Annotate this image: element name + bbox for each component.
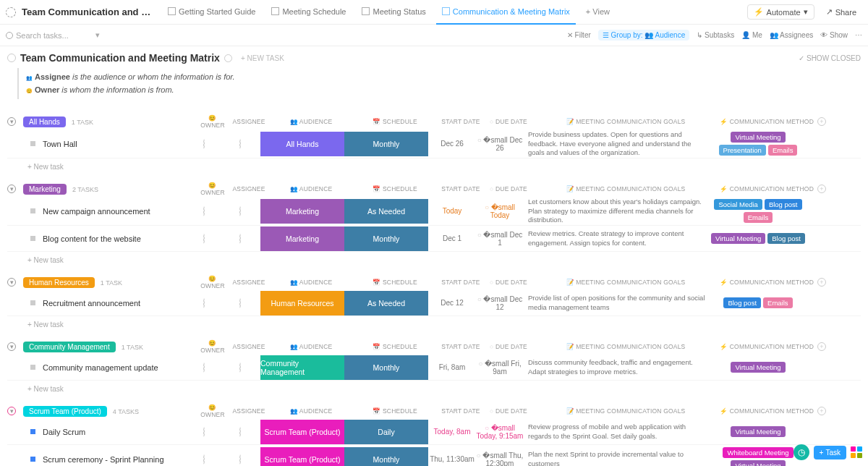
method-tag[interactable]: Social Media (714, 199, 762, 210)
method-tag[interactable]: Emails (744, 212, 773, 223)
start-date[interactable]: Dec 26 (428, 140, 476, 148)
task-name[interactable]: Community management update (43, 363, 158, 372)
audience-cell[interactable]: Marketing (260, 226, 344, 251)
group-label[interactable]: Human Resources (23, 277, 95, 288)
method-tag[interactable]: Blog post (723, 297, 761, 308)
status-circle-icon[interactable] (7, 54, 16, 62)
method-tag[interactable]: Blog post (765, 199, 802, 210)
task-name[interactable]: Scrum ceremony - Sprint Planning (43, 455, 164, 464)
group-label[interactable]: Marketing (23, 184, 67, 195)
group-collapse-icon[interactable]: ▾ (7, 117, 16, 126)
schedule-cell[interactable]: As Needed (344, 291, 428, 315)
schedule-cell[interactable]: Daily (344, 420, 428, 444)
page-breadcrumb-title[interactable]: Team Communication and Meeting Ma... (22, 7, 152, 17)
owner-avatar[interactable] (203, 454, 205, 465)
tab-3[interactable]: Communication & Meeting Matrix (436, 0, 576, 25)
group-collapse-icon[interactable]: ▾ (7, 342, 16, 351)
audience-cell[interactable]: Human Resources (260, 291, 344, 315)
tab-0[interactable]: Getting Started Guide (162, 0, 261, 25)
task-row[interactable]: Community management updateCommunity Man… (7, 355, 861, 381)
method-tag[interactable]: Virtual Meeting (731, 426, 785, 437)
owner-avatar[interactable] (203, 234, 205, 244)
assignee-avatar[interactable] (239, 454, 241, 465)
start-date[interactable]: Dec 1 (428, 234, 476, 242)
assignee-avatar[interactable] (239, 298, 241, 308)
tab-4[interactable]: + View (580, 0, 616, 25)
more-icon[interactable]: ⋯ (855, 31, 862, 39)
method-tag[interactable]: Blog post (767, 233, 805, 244)
audience-cell[interactable]: Community Management (260, 355, 344, 380)
group-label[interactable]: Community Management (23, 342, 116, 352)
due-date[interactable]: ○ �small Today, 9:15am (476, 424, 524, 440)
apps-grid-icon[interactable] (851, 446, 862, 458)
add-column-button[interactable]: + (814, 185, 829, 193)
new-task-row[interactable]: + New task (7, 252, 861, 264)
schedule-cell[interactable]: Monthly (344, 132, 428, 156)
status-dot-icon[interactable] (30, 365, 35, 370)
method-tag[interactable]: Whiteboard Meeting (723, 447, 793, 458)
audience-cell[interactable]: Scrum Team (Product) (260, 420, 344, 444)
task-name[interactable]: Blog content for the website (43, 234, 141, 243)
status-dot-icon[interactable] (30, 300, 35, 305)
status-dot-icon[interactable] (30, 141, 35, 146)
due-date[interactable]: ○ �small Fri, 9am (476, 360, 524, 376)
method-tag[interactable]: Virtual Meeting (731, 460, 785, 466)
task-name[interactable]: Daily Scrum (43, 428, 85, 436)
add-column-button[interactable]: + (814, 342, 829, 351)
audience-cell[interactable]: Marketing (260, 199, 344, 224)
task-row[interactable]: Scrum ceremony - Sprint PlanningScrum Te… (7, 445, 861, 466)
status-dot-icon[interactable] (30, 208, 35, 213)
owner-avatar[interactable] (203, 139, 205, 149)
filter-button[interactable]: ✕ Filter (567, 31, 591, 39)
owner-avatar[interactable] (203, 427, 205, 437)
group-collapse-icon[interactable]: ▾ (7, 278, 16, 287)
assignees-button[interactable]: 👥 Assignees (770, 31, 813, 39)
group-collapse-icon[interactable]: ▾ (7, 185, 16, 193)
share-button[interactable]: ↗ Share (820, 5, 862, 19)
schedule-cell[interactable]: As Needed (344, 199, 428, 224)
task-name[interactable]: New campaign announcement (43, 207, 150, 216)
owner-avatar[interactable] (203, 363, 205, 373)
assignee-avatar[interactable] (239, 427, 241, 437)
assignee-avatar[interactable] (239, 139, 241, 149)
assignee-avatar[interactable] (239, 206, 241, 216)
show-button[interactable]: 👁 Show (820, 31, 848, 39)
method-tag[interactable]: Emails (768, 145, 798, 156)
due-date[interactable]: ○ �small Dec 26 (476, 136, 524, 152)
task-row[interactable]: Daily ScrumScrum Team (Product)DailyToda… (7, 419, 861, 445)
task-name[interactable]: Recruitment announcement (43, 299, 140, 308)
due-date[interactable]: ○ �small Dec 12 (476, 295, 524, 311)
task-row[interactable]: Recruitment announcementHuman ResourcesA… (7, 290, 861, 316)
schedule-cell[interactable]: Monthly (344, 447, 428, 466)
method-tag[interactable]: Presentation (719, 145, 766, 156)
owner-avatar[interactable] (203, 298, 205, 308)
task-row[interactable]: Town HallAll HandsMonthlyDec 26○ �small … (7, 130, 861, 158)
groupby-button[interactable]: ☰ Group by: 👥 Audience (598, 30, 689, 41)
add-column-button[interactable]: + (814, 407, 829, 415)
task-row[interactable]: Blog content for the websiteMarketingMon… (7, 226, 861, 252)
method-tag[interactable]: Virtual Meeting (731, 132, 785, 143)
tab-1[interactable]: Meeting Schedule (265, 0, 352, 25)
owner-avatar[interactable] (203, 206, 205, 216)
new-task-button[interactable]: + NEW TASK (241, 54, 284, 62)
task-row[interactable]: New campaign announcementMarketingAs Nee… (7, 197, 861, 226)
tab-2[interactable]: Meeting Status (356, 0, 431, 25)
start-date[interactable]: Today, 8am (428, 428, 476, 436)
start-date[interactable]: Thu, 11:30am (428, 455, 476, 463)
schedule-cell[interactable]: Monthly (344, 355, 428, 380)
show-closed-toggle[interactable]: ✓ SHOW CLOSED (799, 54, 861, 62)
due-date[interactable]: ○ �small Thu, 12:30pm (476, 452, 524, 466)
add-column-button[interactable]: + (814, 278, 829, 287)
group-label[interactable]: Scrum Team (Product) (23, 406, 107, 417)
subtasks-button[interactable]: ↳ Subtasks (697, 31, 734, 39)
new-task-row[interactable]: + New task (7, 381, 861, 393)
task-name[interactable]: Town Hall (43, 140, 77, 148)
add-column-button[interactable]: + (814, 117, 829, 126)
method-tag[interactable]: Virtual Meeting (711, 233, 765, 244)
start-date[interactable]: Today (428, 207, 476, 215)
status-dot-icon[interactable] (30, 429, 35, 434)
group-label[interactable]: All Hands (23, 116, 66, 127)
due-date[interactable]: ○ �small Dec 1 (476, 231, 524, 247)
audience-cell[interactable]: All Hands (260, 132, 344, 156)
start-date[interactable]: Fri, 8am (428, 363, 476, 371)
